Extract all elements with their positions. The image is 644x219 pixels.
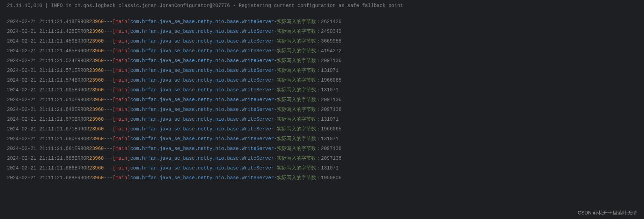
logger-name: com.hrfan.java_se_base.netty.nio.base.Wr… (130, 153, 274, 163)
separator: --- (104, 85, 112, 95)
message-value: 2621420 (321, 17, 342, 27)
dash: - (274, 134, 277, 144)
thread: [main] (112, 75, 130, 85)
message-label: 实际写入的字节数： (277, 95, 321, 105)
thread: [main] (112, 27, 130, 36)
logger-name: com.hrfan.java_se_base.netty.nio.base.Wr… (130, 105, 274, 114)
dash: - (274, 163, 277, 173)
pid: 23960 (89, 56, 104, 66)
separator: --- (104, 144, 112, 153)
truncated-header-line: 21.11.10,010 | INFO in ch.qos.logback.cl… (7, 0, 637, 10)
timestamp: 2024-02-21 21:11:21.688 (7, 173, 74, 183)
dash: - (274, 114, 277, 124)
dash: - (274, 17, 277, 27)
message-value: 2097136 (321, 153, 342, 163)
pid: 23960 (89, 17, 104, 27)
pid: 23960 (89, 124, 104, 134)
log-level: ERROR (74, 134, 89, 144)
pid: 23960 (89, 27, 104, 36)
message-label: 实际写入的字节数： (277, 36, 321, 46)
message-value: 131071 (321, 134, 338, 144)
thread: [main] (112, 17, 130, 27)
pid: 23960 (89, 153, 104, 163)
logger-name: com.hrfan.java_se_base.netty.nio.base.Wr… (130, 75, 274, 85)
message-value: 2097136 (321, 56, 342, 66)
log-level: ERROR (74, 163, 89, 173)
separator: --- (104, 105, 112, 114)
message-label: 实际写入的字节数： (277, 75, 321, 85)
pid: 23960 (89, 85, 104, 95)
separator: --- (104, 173, 112, 183)
log-level: ERROR (74, 124, 89, 134)
timestamp: 2024-02-21 21:11:21.686 (7, 163, 74, 173)
log-line: 2024-02-21 21:11:21.688 ERROR 23960 --- … (7, 173, 637, 183)
separator: --- (104, 46, 112, 56)
message-value: 131071 (321, 85, 338, 95)
dash: - (274, 56, 277, 66)
dash: - (274, 36, 277, 46)
logger-name: com.hrfan.java_se_base.netty.nio.base.Wr… (130, 85, 274, 95)
log-level: ERROR (74, 75, 89, 85)
spacer (7, 10, 637, 17)
log-level: ERROR (74, 105, 89, 114)
message-label: 实际写入的字节数： (277, 17, 321, 27)
dash: - (274, 46, 277, 56)
log-line: 2024-02-21 21:11:21.418 ERROR 23960 --- … (7, 17, 637, 27)
log-line: 2024-02-21 21:11:21.571 ERROR 23960 --- … (7, 66, 637, 75)
dash: - (274, 124, 277, 134)
logger-name: com.hrfan.java_se_base.netty.nio.base.Wr… (130, 124, 274, 134)
timestamp: 2024-02-21 21:11:21.418 (7, 17, 74, 27)
log-lines-container: 2024-02-21 21:11:21.418 ERROR 23960 --- … (7, 17, 637, 183)
thread: [main] (112, 153, 130, 163)
log-level: ERROR (74, 153, 89, 163)
timestamp: 2024-02-21 21:11:21.648 (7, 105, 74, 114)
log-line: 2024-02-21 21:11:21.671 ERROR 23960 --- … (7, 124, 637, 134)
timestamp: 2024-02-21 21:11:21.670 (7, 114, 74, 124)
message-value: 3669988 (321, 36, 342, 46)
message-value: 4194272 (321, 46, 342, 56)
logger-name: com.hrfan.java_se_base.netty.nio.base.Wr… (130, 134, 274, 144)
logger-name: com.hrfan.java_se_base.netty.nio.base.Wr… (130, 163, 274, 173)
log-level: ERROR (74, 144, 89, 153)
message-value: 2097136 (321, 144, 342, 153)
dash: - (274, 27, 277, 36)
logger-name: com.hrfan.java_se_base.netty.nio.base.Wr… (130, 95, 274, 105)
dash: - (274, 153, 277, 163)
log-level: ERROR (74, 56, 89, 66)
timestamp: 2024-02-21 21:11:21.485 (7, 46, 74, 56)
dash: - (274, 95, 277, 105)
timestamp: 2024-02-21 21:11:21.459 (7, 36, 74, 46)
log-level: ERROR (74, 85, 89, 95)
thread: [main] (112, 36, 130, 46)
watermark: CSDN @花开十里落叶无情 (578, 210, 637, 216)
dash: - (274, 144, 277, 153)
logger-name: com.hrfan.java_se_base.netty.nio.base.Wr… (130, 144, 274, 153)
log-line: 2024-02-21 21:11:21.670 ERROR 23960 --- … (7, 114, 637, 124)
timestamp: 2024-02-21 21:11:21.571 (7, 66, 74, 75)
timestamp: 2024-02-21 21:11:21.671 (7, 124, 74, 134)
logger-name: com.hrfan.java_se_base.netty.nio.base.Wr… (130, 36, 274, 46)
separator: --- (104, 134, 112, 144)
pid: 23960 (89, 36, 104, 46)
thread: [main] (112, 144, 130, 153)
dash: - (274, 75, 277, 85)
dash: - (274, 173, 277, 183)
thread: [main] (112, 173, 130, 183)
log-level: ERROR (74, 173, 89, 183)
log-line: 2024-02-21 21:11:21.680 ERROR 23960 --- … (7, 134, 637, 144)
message-label: 实际写入的字节数： (277, 134, 321, 144)
log-line: 2024-02-21 21:11:21.605 ERROR 23960 --- … (7, 85, 637, 95)
timestamp: 2024-02-21 21:11:21.605 (7, 85, 74, 95)
message-label: 实际写入的字节数： (277, 173, 321, 183)
message-label: 实际写入的字节数： (277, 163, 321, 173)
message-value: 1966065 (321, 75, 342, 85)
timestamp: 2024-02-21 21:11:21.428 (7, 27, 74, 36)
timestamp: 2024-02-21 21:11:21.610 (7, 95, 74, 105)
log-line: 2024-02-21 21:11:21.574 ERROR 23960 --- … (7, 75, 637, 85)
message-value: 131071 (321, 66, 338, 75)
log-line: 2024-02-21 21:11:21.459 ERROR 23960 --- … (7, 36, 637, 46)
thread: [main] (112, 85, 130, 95)
log-line: 2024-02-21 21:11:21.485 ERROR 23960 --- … (7, 46, 637, 56)
logger-name: com.hrfan.java_se_base.netty.nio.base.Wr… (130, 46, 274, 56)
pid: 23960 (89, 75, 104, 85)
